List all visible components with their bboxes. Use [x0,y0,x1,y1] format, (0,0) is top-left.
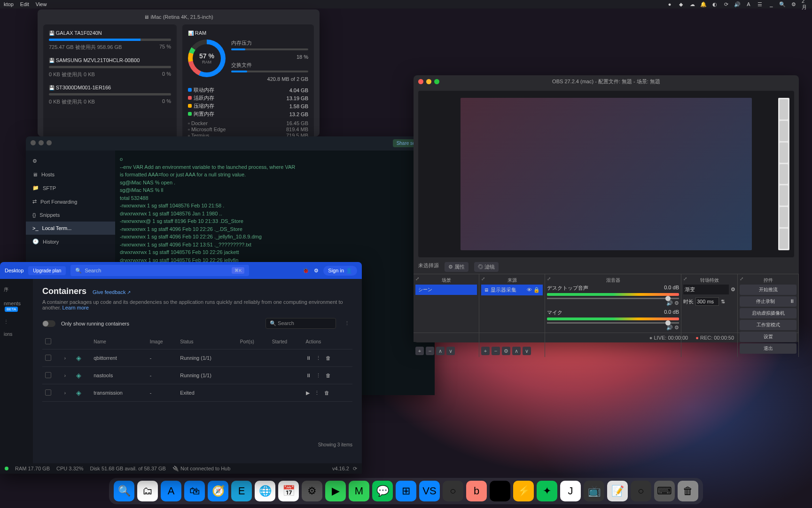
window-controls[interactable] [418,79,439,84]
dock-app[interactable]: 🌐 [255,481,275,501]
tray-icon[interactable]: ⚙ [790,1,797,8]
more-icon[interactable]: ⋮ [314,390,320,396]
gear-icon[interactable]: ⚙ [674,300,679,306]
tray-time[interactable]: 2月 [802,1,808,8]
container-row[interactable]: › ◈ transmission-Exited ▶⋮🗑 [42,384,352,402]
control-button[interactable]: 退出 [740,343,796,354]
dock-app[interactable]: ⚙ [302,481,322,501]
stepper-icon[interactable]: ⇅ [721,299,725,305]
select-all-checkbox[interactable] [45,338,51,344]
delete-icon[interactable]: 🗑 [326,355,331,361]
dock-app[interactable]: 💬 [372,481,393,501]
sidebar-item[interactable]: ⚙ [26,154,115,168]
expand-icon[interactable]: › [64,355,66,361]
sidebar-item[interactable]: ions [2,328,31,341]
gear-icon[interactable]: ⚙ [731,286,735,293]
tray-icon[interactable]: ☁ [689,1,695,8]
dock-app[interactable]: A [161,481,181,501]
sidebar-item[interactable]: 🖥Hosts [26,168,115,181]
control-button[interactable]: 工作室模式 [740,320,796,330]
dock-app[interactable]: ▶ [325,481,346,501]
expand-icon[interactable]: › [64,373,66,378]
container-search[interactable]: 🔍 Search [265,318,336,329]
tray-icon[interactable]: 🔊 [734,1,741,8]
sidebar-item[interactable]: nments BETA [2,297,31,315]
window-controls[interactable] [31,140,52,145]
dock-app[interactable]: J [560,481,581,501]
expand-icon[interactable]: › [64,390,66,396]
dock-app[interactable]: ○ [631,481,651,501]
disk-row[interactable]: GALAX TA1F0240N 725.47 GB 被使用共 958.96 GB… [49,30,171,51]
dock-app[interactable]: M [349,481,369,501]
disk-row[interactable]: ST3000DM001-1ER166 0 KB 被使用共 0 KB0 % [49,85,171,105]
feedback-link[interactable]: Give feedback ↗ [93,290,131,295]
more-icon[interactable]: ⋮ [342,320,352,326]
menu-edit[interactable]: Edit [20,1,29,7]
filters-button[interactable]: ◎ 滤镜 [474,262,499,272]
dock-app[interactable]: ♪ [490,481,510,501]
dock-app[interactable]: b [466,481,487,501]
tray-icon[interactable]: ◆ [678,1,684,8]
tray-icon[interactable]: 🔔 [700,1,707,8]
bug-icon[interactable]: 🐞 [303,268,309,274]
upgrade-plan-button[interactable]: Upgrade plan [28,266,66,275]
control-button[interactable]: 启动虚拟摄像机 [740,308,796,318]
scene-item[interactable]: シーン [415,285,477,295]
sidebar-item[interactable]: 📁SFTP [26,181,115,195]
remove-button[interactable]: − [492,347,500,355]
dock-app[interactable]: 📅 [278,481,299,501]
up-button[interactable]: ∧ [436,347,445,355]
dock-app[interactable]: ⚡ [513,481,534,501]
control-button[interactable]: 开始推流 [740,285,796,295]
dock-app[interactable]: VS [419,481,440,501]
tray-icon[interactable]: 🔍 [779,1,786,8]
source-item[interactable]: 🖥 显示器采集👁 🔒 [481,285,543,295]
popout-icon[interactable]: ⤢ [415,276,419,281]
down-button[interactable]: ∨ [523,347,531,355]
tray-icon[interactable]: A [745,1,752,8]
duration-input[interactable] [695,297,719,306]
tray-icon[interactable]: ◐ [711,1,718,8]
down-button[interactable]: ∨ [446,347,455,355]
dock-app[interactable]: 📝 [607,481,628,501]
obs-preview[interactable] [418,91,794,257]
sidebar-item[interactable]: 序 [2,283,31,297]
up-button[interactable]: ∧ [512,347,521,355]
delete-icon[interactable]: 🗑 [326,373,331,378]
learn-more-link[interactable]: Learn more [62,305,89,310]
popout-icon[interactable]: ⤢ [683,276,687,281]
dock-app[interactable]: 🛍 [184,481,205,501]
only-running-toggle[interactable] [42,320,55,327]
row-checkbox[interactable] [45,372,51,378]
add-button[interactable]: + [415,347,424,355]
tray-icon[interactable]: ⎯ [768,1,774,8]
dock-app[interactable]: ✦ [537,481,557,501]
control-button[interactable]: 设置 [740,332,796,342]
delete-icon[interactable]: 🗑 [324,390,329,396]
menu-desktop[interactable]: ktop [4,1,14,7]
sidebar-item[interactable]: 🕘History [26,235,115,248]
gear-button[interactable]: ⚙ [502,347,510,355]
properties-button[interactable]: ⚙ 属性 [445,262,468,272]
add-button[interactable]: + [481,347,490,355]
menu-view[interactable]: View [36,1,47,7]
tray-icon[interactable]: ● [666,1,673,8]
action-button[interactable]: ▶ [306,390,310,396]
dock-app[interactable]: 🗑 [678,481,698,501]
volume-slider[interactable] [547,322,679,324]
dock-app[interactable]: ⊞ [396,481,416,501]
popout-icon[interactable]: ⤢ [740,276,743,281]
control-button[interactable]: 停止录制 ⏸ [740,296,796,307]
more-icon[interactable]: ⋮ [316,373,321,378]
gear-icon[interactable]: ⚙ [674,325,679,330]
row-checkbox[interactable] [45,389,51,396]
docker-search[interactable]: 🔍 Search ⌘K [70,265,249,276]
volume-slider[interactable] [547,298,679,299]
dock-app[interactable]: ⌨ [654,481,675,501]
sidebar-item[interactable]: ⇄Port Forwarding [26,195,115,208]
popout-icon[interactable]: ⤢ [481,276,485,281]
disk-row[interactable]: SAMSUNG MZVL21T0HCLR-00B00 0 KB 被使用共 0 K… [49,57,171,78]
dock-app[interactable]: 🗂 [137,481,158,501]
tray-icon[interactable]: ☰ [757,1,763,8]
popout-icon[interactable]: ⤢ [547,276,551,281]
